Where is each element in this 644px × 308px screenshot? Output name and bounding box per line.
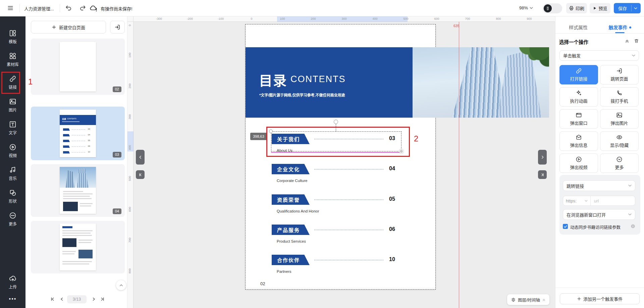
collapse-section-icon[interactable] <box>625 39 630 44</box>
document-title: 人力资源管理... <box>24 5 56 12</box>
mini-toc-chip <box>63 151 70 153</box>
thumbnail-page-preview <box>60 42 96 91</box>
music-note-icon <box>9 166 16 174</box>
toc-row-product-services[interactable]: 产品服务 06 Product Services <box>246 225 435 245</box>
action-popup-video[interactable]: 弹出视频 <box>559 153 598 173</box>
last-spread-button[interactable] <box>538 170 547 179</box>
preview-button[interactable]: 预览 <box>590 3 610 13</box>
toc-title[interactable]: 目录 <box>259 70 287 89</box>
sidebar-item-label: 视频 <box>0 152 25 158</box>
action-show-hide[interactable]: 显示/隐藏 <box>600 131 639 151</box>
text-icon <box>9 121 16 128</box>
sidebar-item-text[interactable]: 文字 <box>0 121 25 135</box>
new-blank-page-button[interactable]: 新建空白页面 <box>31 21 106 34</box>
toc-title-en[interactable]: CONTENTS <box>290 74 346 84</box>
plus-icon <box>577 297 581 301</box>
sidebar-item-image[interactable]: 图片 <box>0 98 25 113</box>
ruler-tick: 0 <box>128 24 131 26</box>
tab-trigger-events[interactable]: 触发事件 <box>603 24 637 30</box>
sync-params-checkbox[interactable] <box>563 224 568 229</box>
next-page-button[interactable] <box>91 297 96 302</box>
chevron-down-icon <box>530 7 533 9</box>
open-mode-select[interactable]: 在浏览器新窗口打开 <box>563 209 635 220</box>
layers-timeline-button[interactable]: 图层/时间轴 <box>507 294 549 305</box>
url-input[interactable]: url <box>591 198 599 203</box>
print-button[interactable]: 印刷 <box>566 3 587 13</box>
annotation-label-1: 1 <box>28 77 33 86</box>
action-more[interactable]: 更多 <box>600 153 639 173</box>
save-options-chevron-icon[interactable] <box>634 7 637 10</box>
prev-spread-button[interactable] <box>136 150 145 165</box>
page-thumbnail-04[interactable]: 04 <box>31 164 125 217</box>
rotate-handle[interactable] <box>334 120 338 124</box>
page-thumbnail-03-selected[interactable]: 目录 CONTENTS 03 04 05 06 10 03 <box>31 107 125 160</box>
next-spread-button[interactable] <box>538 150 547 165</box>
toc-row-corporate-culture[interactable]: 企业文化 04 Corporate Culture <box>246 164 435 184</box>
first-spread-button[interactable] <box>136 170 145 179</box>
collapse-thumbnails-button[interactable] <box>116 280 126 290</box>
mini-tower <box>77 168 89 188</box>
ruler-tick: 400 <box>372 17 377 20</box>
toc-dotted-line <box>314 199 383 200</box>
import-pages-button[interactable] <box>110 21 125 34</box>
popup-window-icon <box>576 112 582 118</box>
chevron-down-icon <box>628 213 632 216</box>
trigger-type-select[interactable]: 单击触发 <box>559 50 639 61</box>
building-photo[interactable] <box>413 47 549 118</box>
action-popup-image[interactable]: 弹出图片 <box>600 109 639 129</box>
mini-photo <box>60 167 96 188</box>
action-popup-message[interactable]: 弹出信息 <box>559 131 598 151</box>
protocol-select[interactable]: https: <box>563 196 591 205</box>
add-trigger-event-button[interactable]: 添加另一个触发事件 <box>560 293 640 304</box>
editor-canvas[interactable]: -300 -200 -100 0 100 200 300 400 500 600… <box>127 16 555 308</box>
sidebar-item-label: 更多 <box>0 221 25 227</box>
printer-icon <box>569 6 574 11</box>
action-label: 跳转页面 <box>610 75 628 82</box>
sidebar-item-template[interactable]: 模板 <box>0 29 25 44</box>
sidebar-item-upload[interactable]: 上传 <box>0 275 25 290</box>
sidebar-item-assets[interactable]: 素材库 <box>0 52 25 67</box>
redo-icon[interactable] <box>79 5 86 12</box>
info-icon[interactable] <box>631 224 635 229</box>
tab-style-properties[interactable]: 样式属性 <box>561 24 595 30</box>
action-open-link[interactable]: 打开链接 <box>559 65 598 84</box>
delete-event-icon[interactable] <box>634 38 639 44</box>
divider <box>60 4 60 12</box>
document-page[interactable]: 目录 CONTENTS *文字/图片源于网络,仅供学习参考,不做任何商业用途 关… <box>246 24 435 289</box>
zoom-level-control[interactable]: 98% <box>519 5 533 10</box>
prev-page-button[interactable] <box>59 297 64 302</box>
mini-toc-chip <box>63 128 70 131</box>
mini-num: 05 <box>88 139 90 141</box>
sidebar-overflow-dots[interactable]: ••• <box>0 296 25 302</box>
save-button[interactable]: 保存 <box>614 3 641 13</box>
page-thumbnail-05[interactable] <box>31 221 125 273</box>
more-actions-icon <box>616 156 623 163</box>
action-call-phone[interactable]: 拨打手机 <box>600 87 639 107</box>
toc-page-number: 10 <box>389 256 403 262</box>
undo-icon[interactable] <box>65 5 72 12</box>
page-thumbnail-02[interactable]: 02 <box>31 39 125 95</box>
sidebar-item-music[interactable]: 音乐 <box>0 166 25 181</box>
toc-row-partners[interactable]: 合作伙伴 10 Partners <box>246 255 435 275</box>
action-jump-page[interactable]: 跳转页面 <box>600 65 639 84</box>
sidebar-item-shape[interactable]: 形状 <box>0 189 25 204</box>
unsaved-cloud-icon <box>89 4 98 12</box>
sidebar-item-more[interactable]: 更多 <box>0 212 25 227</box>
toc-row-qualifications[interactable]: 资质荣誉 05 Qualifications And Honor <box>246 194 435 214</box>
sidebar-item-video[interactable]: 视频 <box>0 143 25 158</box>
action-popup-window[interactable]: 弹出窗口 <box>559 109 598 129</box>
hamburger-menu-icon[interactable] <box>7 5 14 11</box>
annotation-box-1 <box>1 72 20 94</box>
pointer-mode-toggle[interactable] <box>543 3 562 13</box>
action-run-animation[interactable]: 执行动画 <box>559 87 598 107</box>
add-trigger-event-label: 添加另一个触发事件 <box>583 296 623 302</box>
toc-disclaimer[interactable]: *文字/图片源于网络,仅供学习参考,不做任何商业用途 <box>259 92 345 98</box>
protocol-value: https: <box>566 198 577 203</box>
last-page-button[interactable] <box>100 297 105 302</box>
action-label: 拨打手机 <box>610 98 628 104</box>
ruler-tick: -100 <box>218 17 224 20</box>
topbar: 人力资源管理... 有操作尚未保存! 98% 印刷 预览 <box>0 0 644 16</box>
link-type-select[interactable]: 跳转链接 <box>563 180 635 191</box>
first-page-button[interactable] <box>50 297 55 302</box>
guide-line[interactable] <box>459 22 459 308</box>
